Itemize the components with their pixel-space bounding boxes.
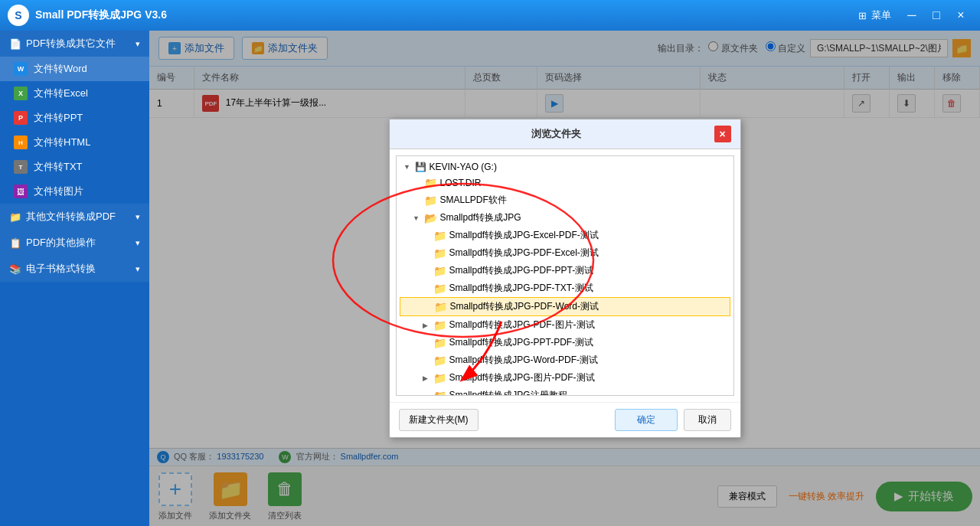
folder-icon-1: 📁	[424, 194, 437, 207]
img-icon: 🖼	[14, 185, 28, 198]
expand-arrow-8: ▶	[421, 321, 430, 330]
window-controls: ─ □ ×	[900, 4, 972, 27]
dialog-footer: 新建文件夹(M) 确定 取消	[390, 402, 740, 437]
sidebar-section-ebook[interactable]: 📚 电子书格式转换 ▾	[0, 256, 149, 282]
tree-item-ppt-pdf[interactable]: 📁 Smallpdf转换成JPG-PPT-PDF-测试	[400, 334, 730, 351]
expand-arrow-9	[421, 338, 430, 348]
pdf-ops-icon: 📋	[9, 237, 21, 249]
dialog-close-button[interactable]: ×	[714, 126, 731, 142]
app-logo: S	[8, 5, 29, 26]
sidebar-item-word[interactable]: W 文件转Word	[0, 57, 149, 81]
expand-arrow-11: ▶	[421, 374, 430, 383]
expand-arrow-6	[421, 284, 430, 293]
expand-arrow-4	[421, 249, 430, 258]
dialog-header: 浏览文件夹 ×	[390, 119, 740, 149]
content-area: + 添加文件 📁 添加文件夹 输出目录： 原文件夹 自定义	[149, 31, 980, 526]
sidebar-item-img[interactable]: 🖼 文件转图片	[0, 179, 149, 204]
expand-arrow-3	[421, 231, 430, 240]
tree-drive[interactable]: ▼ 💾 KEVIN-YAO (G:)	[400, 159, 730, 175]
expand-arrow-7	[422, 302, 431, 312]
expand-arrow-10	[421, 356, 430, 365]
grid-icon: ⊞	[858, 10, 867, 21]
tree-item-smallpdf[interactable]: 📁 SMALLPDF软件	[400, 191, 730, 209]
expand-arrow-12	[421, 391, 430, 397]
sidebar-section-pdf[interactable]: 📄 PDF转换成其它文件 ▾	[0, 31, 149, 57]
tree-item-pdf-word[interactable]: 📁 Smallpdf转换成JPG-PDF-Word-测试	[400, 297, 730, 316]
chevron-down-icon-2: ▾	[136, 212, 140, 222]
folder-icon-2: 📂	[424, 212, 437, 224]
tree-item-img-pdf[interactable]: ▶ 📁 Smallpdf转换成JPG-图片-PDF-测试	[400, 369, 730, 387]
ebook-icon: 📚	[9, 263, 21, 275]
chevron-down-icon-3: ▾	[136, 238, 140, 248]
menu-button[interactable]: ⊞ 菜单	[849, 5, 900, 25]
expand-arrow-0	[412, 178, 421, 188]
sidebar-item-txt[interactable]: T 文件转TXT	[0, 155, 149, 179]
folder-icon-7: 📁	[434, 301, 447, 313]
tree-item-excel-pdf[interactable]: 📁 Smallpdf转换成JPG-Excel-PDF-测试	[400, 227, 730, 244]
app-body: 📄 PDF转换成其它文件 ▾ W 文件转Word X 文件转Excel P 文件…	[0, 31, 980, 526]
browse-folder-dialog: 浏览文件夹 × ▼ 💾 KEVIN-YAO (G:)	[389, 119, 741, 438]
tree-item-register[interactable]: 📁 Smallpdf转换成JPG注册教程	[400, 387, 730, 396]
new-folder-button[interactable]: 新建文件夹(M)	[399, 409, 479, 431]
sidebar-section-other-to-pdf[interactable]: 📁 其他文件转换成PDF ▾	[0, 204, 149, 230]
maximize-button[interactable]: □	[925, 4, 948, 27]
folder-icon-10: 📁	[433, 354, 446, 367]
expand-arrow-5	[421, 266, 430, 276]
folder-icon-6: 📁	[433, 283, 446, 295]
txt-icon: T	[14, 160, 28, 174]
sidebar: 📄 PDF转换成其它文件 ▾ W 文件转Word X 文件转Excel P 文件…	[0, 31, 149, 526]
folder-icon-0: 📁	[424, 177, 437, 189]
tree-item-pdf-ppt[interactable]: 📁 Smallpdf转换成JPG-PDF-PPT-测试	[400, 262, 730, 279]
ppt-icon: P	[14, 111, 28, 125]
folder-icon-11: 📁	[433, 372, 446, 384]
ok-button[interactable]: 确定	[615, 409, 678, 431]
folder-icon-3: 📁	[433, 230, 446, 242]
folder-icon-5: 📁	[433, 265, 446, 277]
app-title: Small PDF转换成JPG V3.6	[35, 8, 849, 22]
dialog-overlay: 浏览文件夹 × ▼ 💾 KEVIN-YAO (G:)	[149, 31, 980, 526]
tree-item-convert-jpg[interactable]: ▼ 📂 Smallpdf转换成JPG	[400, 209, 730, 227]
folder-tree[interactable]: ▼ 💾 KEVIN-YAO (G:) 📁 LOST.DIR �	[396, 155, 734, 396]
other-pdf-icon: 📁	[9, 211, 21, 223]
sidebar-section-pdf-ops[interactable]: 📋 PDF的其他操作 ▾	[0, 230, 149, 256]
folder-icon-12: 📁	[433, 390, 446, 397]
tree-item-word-pdf[interactable]: 📁 Smallpdf转换成JPG-Word-PDF-测试	[400, 351, 730, 369]
tree-item-pdf-img[interactable]: ▶ 📁 Smallpdf转换成JPG-PDF-图片-测试	[400, 316, 730, 334]
close-button[interactable]: ×	[949, 4, 972, 27]
dialog-body: ▼ 💾 KEVIN-YAO (G:) 📁 LOST.DIR �	[390, 149, 740, 402]
sidebar-item-excel[interactable]: X 文件转Excel	[0, 81, 149, 106]
minimize-button[interactable]: ─	[900, 4, 923, 27]
expand-arrow-1	[412, 196, 421, 205]
tree-item-lost[interactable]: 📁 LOST.DIR	[400, 175, 730, 191]
title-bar: S Small PDF转换成JPG V3.6 ⊞ 菜单 ─ □ ×	[0, 0, 980, 31]
word-icon: W	[14, 62, 28, 76]
pdf-icon: 📄	[9, 38, 21, 50]
folder-icon-9: 📁	[433, 337, 446, 349]
excel-icon: X	[14, 87, 28, 100]
tree-item-pdf-txt[interactable]: 📁 Smallpdf转换成JPG-PDF-TXT-测试	[400, 279, 730, 297]
dialog-title: 浏览文件夹	[399, 127, 714, 141]
drive-icon: 💾	[415, 162, 426, 172]
sidebar-item-html[interactable]: H 文件转HTML	[0, 130, 149, 155]
cancel-button[interactable]: 取消	[684, 409, 731, 431]
folder-icon-8: 📁	[433, 319, 446, 332]
tree-item-pdf-excel[interactable]: 📁 Smallpdf转换成JPG-PDF-Excel-测试	[400, 244, 730, 262]
chevron-down-icon-4: ▾	[136, 264, 140, 274]
chevron-down-icon: ▾	[136, 39, 140, 49]
expand-arrow-2: ▼	[412, 214, 421, 223]
expand-arrow-drive: ▼	[403, 162, 412, 172]
html-icon: H	[14, 136, 28, 149]
sidebar-item-ppt[interactable]: P 文件转PPT	[0, 106, 149, 130]
folder-icon-4: 📁	[433, 247, 446, 260]
